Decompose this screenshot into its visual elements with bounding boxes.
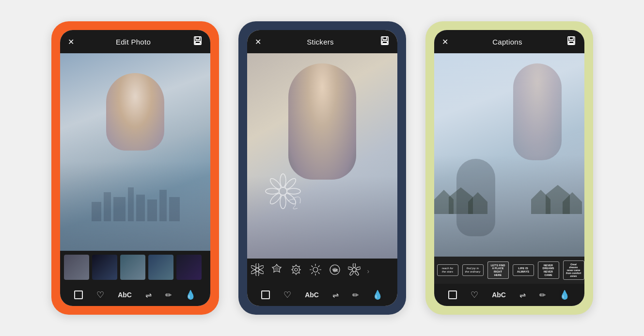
toolbar-edit: ♡ AbC ⇌ ✏ 💧 — [60, 284, 210, 306]
sticker-4[interactable] — [309, 263, 322, 279]
svg-text:WE: WE — [333, 269, 339, 272]
drop-icon-s[interactable]: 💧 — [372, 290, 383, 300]
svg-rect-9 — [159, 190, 167, 221]
svg-rect-7 — [136, 195, 145, 221]
svg-point-15 — [280, 174, 286, 187]
phone-body-captions: ✕ Captions — [434, 30, 584, 306]
title-stickers: Stickers — [307, 38, 334, 46]
photo-area-captions — [434, 53, 584, 257]
svg-rect-3 — [92, 202, 101, 221]
toolbar-stickers: ♡ AbC ⇌ ✏ 💧 — [247, 284, 397, 306]
svg-rect-1 — [196, 37, 200, 40]
photo-area-stickers — [247, 53, 397, 259]
save-icon-edit[interactable] — [193, 36, 203, 47]
svg-point-31 — [313, 267, 318, 272]
caption-3[interactable]: LET'S FIND A PLACE RIGHT HERE — [487, 261, 509, 279]
phone-wrapper-stickers: ✕ Stickers — [238, 21, 406, 315]
svg-rect-2 — [195, 41, 200, 44]
svg-point-37 — [356, 266, 361, 270]
svg-point-36 — [353, 263, 355, 268]
crop-icon-s[interactable] — [261, 290, 270, 299]
caption-1[interactable]: reach for the stars — [437, 264, 458, 276]
sticker-5[interactable]: WE ♡ — [329, 263, 341, 279]
caption-2[interactable]: find joy in the ordinary — [462, 264, 484, 276]
title-edit: Edit Photo — [116, 38, 151, 46]
pencil-icon-s[interactable]: ✏ — [352, 290, 359, 300]
drop-icon[interactable]: 💧 — [185, 290, 196, 300]
phone-body-stickers: ✕ Stickers — [247, 30, 397, 306]
svg-point-40 — [348, 266, 353, 270]
close-icon-captions[interactable]: ✕ — [442, 37, 448, 46]
crop-icon[interactable] — [74, 290, 83, 299]
sticker-strip: WE ♡ › — [247, 259, 397, 284]
sticker-3[interactable] — [290, 263, 302, 279]
thumb-5[interactable] — [176, 255, 202, 280]
svg-point-19 — [280, 195, 286, 209]
text-icon[interactable]: AbC — [118, 291, 132, 299]
thumbnail-strip — [60, 251, 210, 284]
sticker-1[interactable] — [251, 263, 264, 279]
svg-rect-12 — [383, 37, 387, 40]
header-captions: ✕ Captions — [434, 30, 584, 53]
heart-icon[interactable]: ♡ — [96, 290, 104, 300]
svg-rect-10 — [169, 197, 180, 221]
sticker-more[interactable]: › — [367, 267, 370, 275]
header-stickers: ✕ Stickers — [247, 30, 397, 53]
svg-point-30 — [295, 268, 298, 271]
crop-icon-c[interactable] — [448, 290, 457, 299]
save-icon-stickers[interactable] — [380, 36, 390, 47]
heart-icon-c[interactable]: ♡ — [471, 290, 478, 300]
caption-strip: reach for the stars find joy in the ordi… — [434, 257, 584, 284]
svg-point-39 — [349, 271, 354, 276]
text-icon-c[interactable]: AbC — [492, 291, 506, 299]
toolbar-captions: ♡ AbC ⇌ ✏ 💧 — [434, 284, 584, 306]
drop-icon-c[interactable]: 💧 — [559, 290, 570, 300]
heart-icon-s[interactable]: ♡ — [283, 290, 291, 300]
phone-wrapper-edit: ✕ Edit Photo — [51, 21, 219, 315]
caption-6[interactable]: Great dreams never came from comfort zon… — [563, 260, 584, 280]
photo-area-edit — [60, 53, 210, 251]
close-icon-edit[interactable]: ✕ — [68, 37, 74, 46]
svg-rect-4 — [104, 192, 111, 221]
sticker-2[interactable] — [270, 263, 283, 279]
svg-rect-13 — [382, 41, 387, 44]
svg-rect-6 — [128, 187, 134, 221]
sticker-6[interactable] — [348, 263, 361, 279]
svg-point-17 — [287, 188, 300, 194]
thumb-3[interactable] — [120, 255, 145, 280]
header-edit: ✕ Edit Photo — [60, 30, 210, 53]
title-captions: Captions — [492, 38, 522, 46]
close-icon-stickers[interactable]: ✕ — [255, 37, 261, 46]
svg-point-21 — [266, 188, 279, 194]
svg-rect-5 — [113, 197, 126, 221]
adjust-icon-s[interactable]: ⇌ — [332, 290, 339, 300]
phone-body-edit: ✕ Edit Photo — [60, 30, 210, 306]
svg-point-38 — [354, 271, 359, 276]
adjust-icon-c[interactable]: ⇌ — [519, 290, 526, 300]
svg-text:♡: ♡ — [332, 265, 334, 268]
text-icon-s[interactable]: AbC — [305, 291, 319, 299]
thumb-2[interactable] — [92, 255, 117, 280]
caption-5[interactable]: NEVER dreams never came — [538, 261, 559, 279]
caption-4[interactable]: LIFE IS ALWAYS — [513, 264, 534, 276]
thumb-1[interactable] — [64, 255, 89, 280]
phone-wrapper-captions: ✕ Captions — [425, 21, 593, 315]
adjust-icon[interactable]: ⇌ — [145, 290, 152, 300]
svg-rect-8 — [147, 199, 157, 221]
thumb-4[interactable] — [148, 255, 173, 280]
pencil-icon[interactable]: ✏ — [165, 290, 172, 300]
svg-rect-43 — [569, 41, 574, 44]
save-icon-captions[interactable] — [566, 36, 576, 47]
pencil-icon-c[interactable]: ✏ — [539, 290, 546, 300]
svg-rect-42 — [569, 37, 573, 40]
